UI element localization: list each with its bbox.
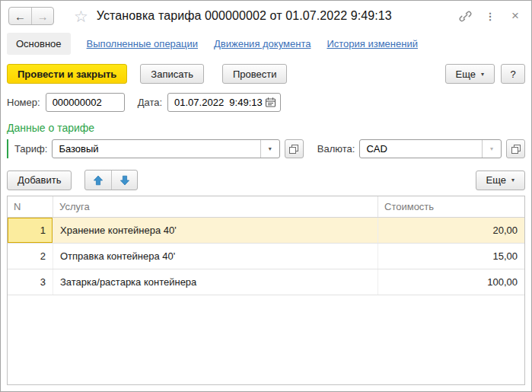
tariff-label: Тариф: <box>14 143 47 155</box>
tariff-currency-row: Тариф: Базовый ▾ Валюта: CAD ▾ <box>1 138 531 165</box>
tab-document-movements[interactable]: Движения документа <box>214 38 311 49</box>
move-up-button[interactable] <box>85 171 111 190</box>
move-up-icon <box>93 175 104 186</box>
currency-open-button[interactable] <box>506 139 525 158</box>
post-and-close-button[interactable]: Провести и закрыть <box>7 64 127 84</box>
more-button-label: Еще <box>456 69 476 80</box>
column-header-cost[interactable]: Стоимость <box>378 196 524 217</box>
table-row[interactable]: 3 Затарка/растарка контейнера 100,00 <box>8 269 524 295</box>
number-field[interactable]: 000000002 <box>46 93 125 112</box>
tariff-dropdown-icon[interactable]: ▾ <box>260 140 279 158</box>
move-down-icon <box>119 175 130 186</box>
date-value: 01.07.2022 9:49:13 <box>174 97 265 108</box>
table-row[interactable]: 2 Отправка контейнера 40' 15,00 <box>8 244 524 269</box>
forward-button[interactable]: → <box>31 8 53 24</box>
tariff-value: Базовый <box>53 143 260 155</box>
number-date-row: Номер: 000000002 Дата: 01.07.2022 9:49:1… <box>1 85 531 115</box>
table-more-button[interactable]: Еще ▾ <box>476 171 525 190</box>
column-header-n[interactable]: N <box>8 196 53 217</box>
table-row[interactable]: 1 Хранение контейнера 40' 20,00 <box>8 218 524 244</box>
calendar-icon[interactable] <box>265 97 276 108</box>
column-header-service[interactable]: Услуга <box>53 196 378 217</box>
document-window: ← → ☆ Установка тарифа 000000002 от 01.0… <box>0 0 532 392</box>
service-cell[interactable]: Отправка контейнера 40' <box>53 244 378 269</box>
back-icon: ← <box>14 10 26 23</box>
move-down-button[interactable] <box>111 171 137 190</box>
chevron-down-icon: ▾ <box>481 71 484 78</box>
chevron-down-icon: ▾ <box>511 177 514 183</box>
forward-icon: → <box>37 10 49 23</box>
service-cell[interactable]: Хранение контейнера 40' <box>53 218 378 243</box>
write-button[interactable]: Записать <box>140 64 204 84</box>
command-bar: Провести и закрыть Записать Провести Еще… <box>1 61 531 85</box>
service-cell[interactable]: Затарка/растарка контейнера <box>53 269 378 295</box>
titlebar-actions: ⋮ × <box>458 9 522 23</box>
cost-cell[interactable]: 20,00 <box>378 218 524 243</box>
tab-bar: Основное Выполненные операции Движения д… <box>1 31 531 61</box>
tab-completed-operations[interactable]: Выполненные операции <box>87 38 198 49</box>
date-label: Дата: <box>138 97 162 108</box>
tab-change-history[interactable]: История изменений <box>327 38 418 49</box>
title-bar: ← → ☆ Установка тарифа 000000002 от 01.0… <box>1 1 531 31</box>
row-number-cell[interactable]: 2 <box>8 244 53 269</box>
close-icon[interactable]: × <box>508 9 522 23</box>
currency-field[interactable]: CAD ▾ <box>359 139 502 158</box>
services-table: N Услуга Стоимость 1 Хранение контейнера… <box>7 196 525 385</box>
window-title: Установка тарифа 000000002 от 01.07.2022… <box>97 9 392 23</box>
table-more-label: Еще <box>486 174 506 186</box>
number-label: Номер: <box>7 97 40 108</box>
currency-value: CAD <box>360 143 482 155</box>
favorite-star-icon[interactable]: ☆ <box>74 8 88 24</box>
help-button[interactable]: ? <box>501 64 525 84</box>
move-button-group <box>84 170 138 190</box>
row-number-cell[interactable]: 3 <box>8 269 53 295</box>
link-icon[interactable] <box>458 9 472 23</box>
section-title-tariff-data: Данные о тарифе <box>1 115 531 138</box>
currency-dropdown-icon[interactable]: ▾ <box>482 140 501 158</box>
cost-cell[interactable]: 15,00 <box>378 244 524 269</box>
more-menu-icon[interactable]: ⋮ <box>483 9 497 23</box>
tariff-field[interactable]: Базовый ▾ <box>52 139 279 158</box>
currency-label: Валюта: <box>317 143 355 155</box>
tariff-open-button[interactable] <box>285 139 304 158</box>
nav-button-group: ← → <box>8 7 54 25</box>
row-number-cell[interactable]: 1 <box>8 218 53 243</box>
date-field[interactable]: 01.07.2022 9:49:13 <box>167 93 281 112</box>
post-button[interactable]: Провести <box>222 64 288 84</box>
add-row-button[interactable]: Добавить <box>7 171 72 190</box>
table-header: N Услуга Стоимость <box>8 196 524 218</box>
cost-cell[interactable]: 100,00 <box>378 269 524 295</box>
tab-main[interactable]: Основное <box>7 33 71 55</box>
table-toolbar: Добавить Еще ▾ <box>1 165 531 196</box>
more-button[interactable]: Еще ▾ <box>445 64 495 84</box>
back-button[interactable]: ← <box>9 8 31 24</box>
group-indicator-bar <box>7 139 8 158</box>
